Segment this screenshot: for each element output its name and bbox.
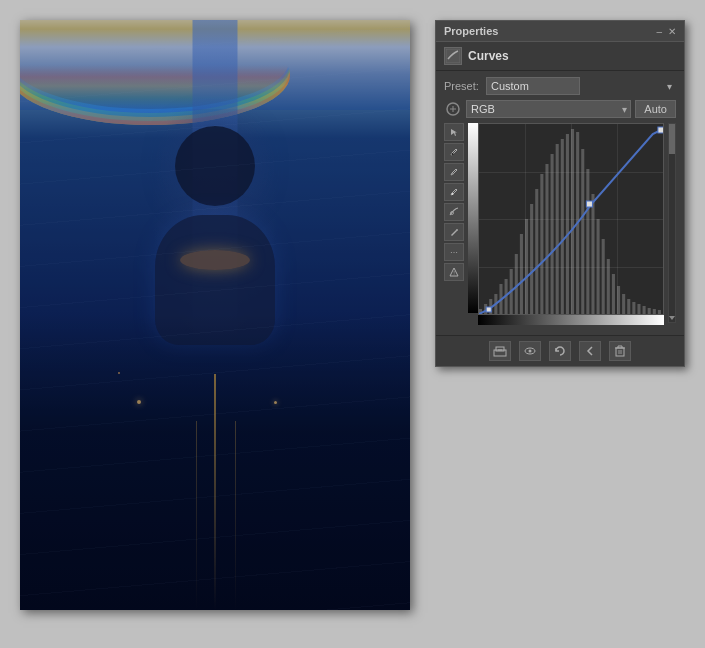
- svg-rect-31: [591, 194, 594, 314]
- svg-rect-42: [648, 308, 651, 314]
- svg-rect-17: [520, 234, 523, 314]
- eyedropper-black-tool[interactable]: [444, 143, 464, 161]
- svg-rect-43: [653, 309, 656, 314]
- channel-select-wrapper: RGB Red Green Blue: [466, 100, 631, 118]
- photo-background: [20, 20, 410, 610]
- preset-row: Preset: Custom Default Strong Contrast L…: [444, 77, 676, 95]
- histogram-svg: [479, 124, 663, 314]
- smooth-tool[interactable]: ⋯: [444, 243, 464, 261]
- delete-button[interactable]: [609, 341, 631, 361]
- pointer-tool[interactable]: [444, 123, 464, 141]
- svg-rect-16: [515, 254, 518, 314]
- svg-point-3: [452, 173, 454, 175]
- channel-select[interactable]: RGB Red Green Blue: [466, 100, 631, 118]
- reset-button[interactable]: [549, 341, 571, 361]
- panel-collapse-button[interactable]: –: [656, 26, 662, 37]
- properties-panel: Properties – ✕ Curves Preset: Custom Def…: [435, 20, 685, 367]
- channel-icon: [444, 100, 462, 118]
- previous-button[interactable]: [579, 341, 601, 361]
- svg-rect-25: [561, 139, 564, 314]
- svg-rect-24: [556, 144, 559, 314]
- bottom-gradient: [478, 315, 664, 325]
- svg-rect-47: [658, 127, 663, 133]
- svg-rect-23: [551, 154, 554, 314]
- panel-title: Properties: [444, 25, 498, 37]
- svg-rect-32: [597, 219, 600, 314]
- preset-label: Preset:: [444, 80, 482, 92]
- curves-graph[interactable]: [478, 123, 664, 315]
- scrollbar[interactable]: [668, 123, 676, 323]
- svg-rect-37: [622, 294, 625, 314]
- svg-rect-18: [525, 219, 528, 314]
- svg-rect-39: [632, 302, 635, 314]
- svg-point-51: [529, 350, 532, 353]
- svg-rect-29: [581, 149, 584, 314]
- svg-rect-27: [571, 129, 574, 314]
- svg-rect-38: [627, 299, 630, 314]
- panel-subheader: Curves: [436, 42, 684, 71]
- blue-tint: [20, 20, 410, 610]
- canvas-area: [20, 20, 410, 610]
- warning-tool[interactable]: !: [444, 263, 464, 281]
- eyedropper-gray-tool[interactable]: [444, 163, 464, 181]
- svg-rect-19: [530, 204, 533, 314]
- panel-header: Properties – ✕: [436, 21, 684, 42]
- svg-rect-22: [545, 164, 548, 314]
- panel-section-title: Curves: [468, 49, 509, 63]
- svg-rect-45: [486, 307, 491, 312]
- svg-rect-52: [616, 348, 624, 356]
- scrollbar-thumb[interactable]: [669, 124, 675, 154]
- svg-rect-40: [637, 304, 640, 314]
- svg-rect-35: [612, 274, 615, 314]
- panel-toolbar: [436, 335, 684, 366]
- panel-controls: – ✕: [656, 26, 676, 37]
- svg-rect-36: [617, 286, 620, 314]
- scrollbar-arrow: [669, 316, 675, 320]
- svg-rect-41: [643, 306, 646, 314]
- auto-button[interactable]: Auto: [635, 100, 676, 118]
- curve-adjust-tool[interactable]: [444, 203, 464, 221]
- svg-rect-44: [658, 310, 661, 314]
- visibility-button[interactable]: [519, 341, 541, 361]
- tools-column: ⋯ !: [444, 123, 464, 325]
- graph-wrapper: [468, 123, 664, 325]
- pencil-tool[interactable]: [444, 223, 464, 241]
- panel-body: Preset: Custom Default Strong Contrast L…: [436, 71, 684, 335]
- channel-row: RGB Red Green Blue Auto: [444, 100, 676, 118]
- curves-icon: [444, 47, 462, 65]
- svg-rect-34: [607, 259, 610, 314]
- left-gradient: [468, 123, 478, 313]
- panel-close-button[interactable]: ✕: [668, 26, 676, 37]
- svg-rect-21: [540, 174, 543, 314]
- svg-text:⋯: ⋯: [450, 248, 458, 257]
- svg-rect-30: [586, 169, 589, 314]
- svg-rect-33: [602, 239, 605, 314]
- svg-rect-26: [566, 134, 569, 314]
- curves-container: ⋯ !: [444, 123, 676, 325]
- preset-select[interactable]: Custom Default Strong Contrast Linear Co…: [486, 77, 580, 95]
- svg-rect-20: [535, 189, 538, 314]
- svg-point-2: [452, 153, 454, 155]
- svg-rect-46: [586, 201, 592, 207]
- preset-select-wrapper: Custom Default Strong Contrast Linear Co…: [486, 77, 676, 95]
- eyedropper-white-tool[interactable]: [444, 183, 464, 201]
- clip-to-layer-button[interactable]: [489, 341, 511, 361]
- svg-point-4: [452, 193, 454, 195]
- graph-inner: [479, 124, 663, 314]
